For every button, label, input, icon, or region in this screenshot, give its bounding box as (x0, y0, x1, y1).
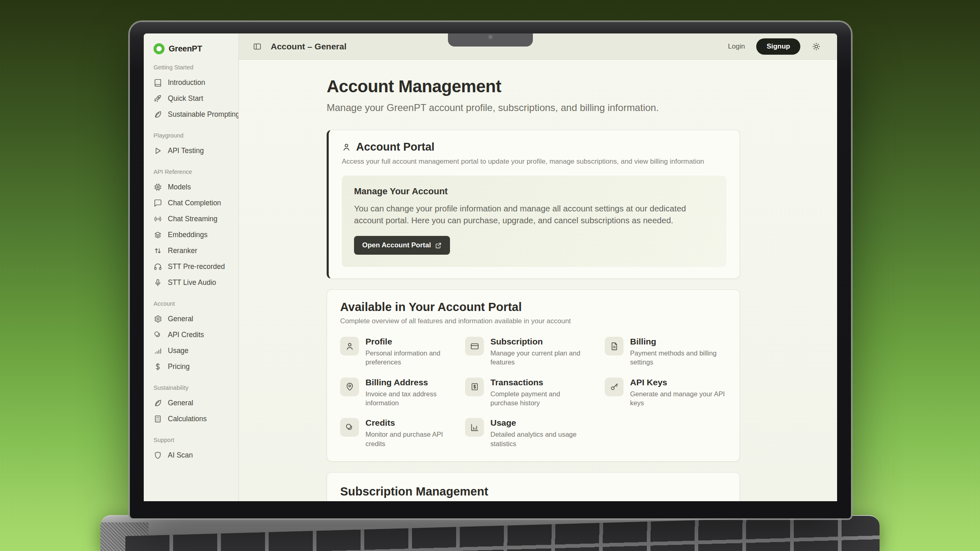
sidebar-item-label: STT Live Audio (168, 278, 216, 287)
account-portal-card: Account Portal Access your full account … (327, 130, 740, 279)
sidebar-section-playground: Playground (144, 132, 238, 139)
portal-features-card: Available in Your Account Portal Complet… (327, 289, 740, 462)
broadcast-icon (154, 215, 162, 223)
sidebar-item-ai-scan[interactable]: AI Scan (144, 447, 238, 463)
signup-button[interactable]: Signup (756, 38, 800, 55)
sidebar-item-calculations[interactable]: Calculations (144, 411, 238, 427)
sidebar-item-introduction[interactable]: Introduction (144, 75, 238, 91)
feature-title: Profile (365, 337, 461, 347)
sidebar-item-label: Chat Streaming (168, 215, 218, 223)
file-text-icon (605, 337, 624, 355)
greenpt-logo-icon (154, 43, 165, 54)
sidebar-item-label: API Testing (168, 147, 204, 155)
feature-api-keys: API Keys Generate and manage your API ke… (605, 378, 735, 408)
calculator-icon (154, 415, 162, 423)
sidebar-item-label: STT Pre-recorded (168, 262, 225, 271)
sidebar-item-label: Usage (168, 347, 189, 355)
layers-icon (154, 231, 162, 239)
sidebar-item-label: Introduction (168, 78, 205, 87)
open-account-portal-label: Open Account Portal (362, 241, 431, 249)
laptop-base (100, 515, 880, 551)
login-link[interactable]: Login (728, 42, 745, 51)
feature-title: API Keys (630, 378, 726, 387)
key-icon (605, 378, 624, 396)
chart-column-icon (465, 418, 484, 437)
sidebar-item-label: Calculations (168, 415, 207, 423)
feature-title: Credits (365, 418, 461, 428)
sidebar-item-sustainable-prompting[interactable]: Sustainable Prompting (144, 107, 238, 122)
map-pin-icon (340, 378, 359, 396)
feature-billing-address: Billing Address Invoice and tax address … (340, 378, 461, 408)
feature-description: Generate and manage your API keys (630, 389, 726, 408)
sidebar-item-label: Embeddings (168, 231, 207, 239)
laptop-keyboard (125, 515, 880, 551)
headphones-icon (154, 262, 162, 271)
feature-title: Transactions (490, 378, 586, 387)
features-grid: Profile Personal information and prefere… (340, 337, 726, 448)
play-icon (154, 147, 162, 155)
subscription-management-title: Subscription Management (340, 485, 726, 498)
sidebar-section-api-reference: API Reference (144, 169, 238, 175)
feature-transactions: Transactions Complete payment and purcha… (465, 378, 601, 408)
sidebar-item-models[interactable]: Models (144, 179, 238, 195)
sidebar-toggle-icon[interactable] (253, 42, 262, 51)
coins-icon (340, 418, 359, 437)
feature-description: Personal information and preferences (365, 349, 461, 367)
external-link-icon (435, 242, 442, 249)
feature-title: Usage (490, 418, 586, 428)
feature-title: Billing (630, 337, 726, 347)
feature-description: Monitor and purchase API credits (365, 430, 461, 448)
feature-description: Complete payment and purchase history (490, 389, 586, 408)
sidebar-item-sustainability-general[interactable]: General (144, 395, 238, 411)
rocket-icon (154, 94, 162, 103)
open-account-portal-button[interactable]: Open Account Portal (354, 236, 450, 255)
feature-usage: Usage Detailed analytics and usage stati… (465, 418, 601, 448)
sidebar-item-api-testing[interactable]: API Testing (144, 143, 238, 159)
page-content: Account Management Manage your GreenPT a… (239, 60, 837, 501)
sidebar-section-getting-started: Getting Started (144, 64, 238, 71)
sidebar-item-label: General (168, 315, 193, 323)
sidebar-item-account-general[interactable]: General (144, 311, 238, 327)
gear-icon (154, 315, 162, 323)
brand-logo[interactable]: GreenPT (144, 43, 238, 54)
sidebar-item-chat-completion[interactable]: Chat Completion (144, 195, 238, 211)
feature-billing: Billing Payment methods and billing sett… (605, 337, 735, 367)
sidebar-item-label: Pricing (168, 362, 190, 371)
page-subtitle: Manage your GreenPT account profile, sub… (327, 102, 740, 113)
feature-title: Subscription (490, 337, 586, 347)
feature-description: Manage your current plan and features (490, 349, 586, 367)
sidebar-item-stt-live-audio[interactable]: STT Live Audio (144, 275, 238, 291)
sidebar-item-chat-streaming[interactable]: Chat Streaming (144, 211, 238, 227)
sidebar-item-api-credits[interactable]: API Credits (144, 327, 238, 343)
feature-description: Payment methods and billing settings (630, 349, 726, 367)
bar-chart-icon (154, 347, 162, 355)
sidebar-item-stt-prerecorded[interactable]: STT Pre-recorded (144, 259, 238, 275)
manage-account-title: Manage Your Account (354, 186, 714, 197)
sidebar-item-quick-start[interactable]: Quick Start (144, 91, 238, 107)
sidebar-item-pricing[interactable]: Pricing (144, 359, 238, 375)
manage-account-panel: Manage Your Account You can change your … (342, 176, 726, 267)
webcam-dot (488, 34, 493, 40)
chat-bubble-icon (154, 199, 162, 207)
brand-name: GreenPT (169, 44, 202, 53)
sidebar-item-label: Models (168, 183, 191, 191)
sidebar: GreenPT Getting Started Introduction Qui… (144, 33, 239, 501)
arrows-up-down-icon (154, 247, 162, 255)
sidebar-section-sustainability: Sustainability (144, 384, 238, 391)
credit-card-icon (465, 337, 484, 355)
sun-icon[interactable] (812, 42, 821, 51)
sidebar-item-embeddings[interactable]: Embeddings (144, 227, 238, 243)
sidebar-item-label: Reranker (168, 247, 197, 255)
laptop-screen-frame: GreenPT Getting Started Introduction Qui… (130, 22, 851, 518)
sidebar-item-reranker[interactable]: Reranker (144, 243, 238, 259)
feature-subscription: Subscription Manage your current plan an… (465, 337, 601, 367)
app-window: GreenPT Getting Started Introduction Qui… (144, 33, 837, 501)
sidebar-item-usage[interactable]: Usage (144, 343, 238, 359)
sidebar-section-support: Support (144, 437, 238, 443)
laptop-notch (448, 33, 533, 47)
feature-credits: Credits Monitor and purchase API credits (340, 418, 461, 448)
receipt-icon (465, 378, 484, 396)
sidebar-section-account: Account (144, 300, 238, 307)
feature-profile: Profile Personal information and prefere… (340, 337, 461, 367)
sidebar-item-label: API Credits (168, 331, 204, 339)
